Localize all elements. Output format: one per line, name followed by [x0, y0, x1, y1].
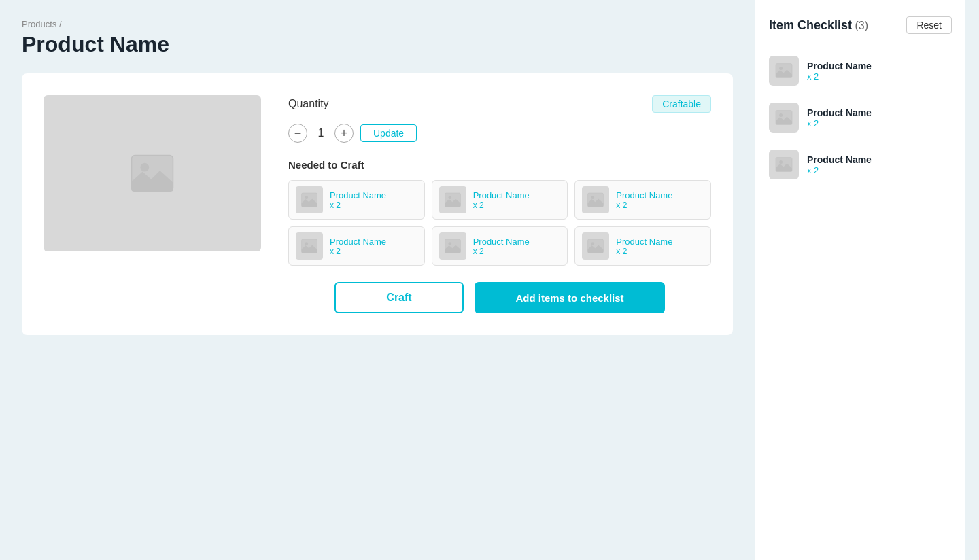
ingredient-info: Product Name x 2 — [473, 237, 530, 256]
ingredient-name: Product Name — [616, 190, 672, 200]
reset-button[interactable]: Reset — [906, 16, 952, 34]
checklist-item: Product Name x 2 — [769, 48, 952, 94]
ingredient-info: Product Name x 2 — [616, 237, 672, 256]
checklist-item-name: Product Name — [807, 154, 872, 165]
svg-point-7 — [591, 196, 595, 199]
checklist-thumb-0 — [769, 56, 799, 86]
checklist-info: Product Name x 2 — [807, 107, 872, 128]
checklist-item-name: Product Name — [807, 107, 872, 118]
sidebar-header: Item Checklist (3) Reset — [769, 16, 952, 34]
quantity-decrease-button[interactable]: − — [288, 124, 307, 143]
needed-to-craft-label: Needed to Craft — [288, 159, 711, 171]
product-image — [44, 95, 261, 251]
ingredient-info: Product Name x 2 — [616, 190, 672, 210]
svg-point-19 — [779, 160, 783, 164]
checklist-item-qty: x 2 — [807, 71, 872, 82]
checklist-thumb-1 — [769, 103, 799, 133]
ingredient-item[interactable]: Product Name x 2 — [432, 226, 568, 266]
ingredient-item[interactable]: Product Name x 2 — [574, 180, 711, 220]
checklist-list: Product Name x 2 Product Name x 2 Produc… — [769, 48, 952, 188]
ingredient-thumb-5 — [582, 232, 609, 260]
product-image-icon — [131, 154, 174, 192]
sidebar-count: (3) — [855, 20, 869, 31]
actions-row: Craft Add items to checklist — [288, 282, 711, 313]
svg-point-17 — [779, 113, 783, 117]
ingredient-qty: x 2 — [473, 247, 530, 256]
craftable-badge: Craftable — [652, 95, 711, 113]
ingredient-thumb-2 — [582, 186, 609, 213]
checklist-item: Product Name x 2 — [769, 94, 952, 141]
ingredient-qty: x 2 — [616, 200, 672, 210]
quantity-controls: − 1 + Update — [288, 124, 711, 143]
ingredient-name: Product Name — [330, 190, 386, 200]
ingredient-item[interactable]: Product Name x 2 — [288, 180, 425, 220]
page-title: Product Name — [22, 32, 733, 57]
ingredient-item[interactable]: Product Name x 2 — [574, 226, 711, 266]
checklist-item-qty: x 2 — [807, 165, 872, 175]
svg-point-1 — [140, 163, 149, 172]
svg-point-11 — [448, 242, 451, 245]
sidebar-title-area: Item Checklist (3) — [769, 18, 868, 33]
ingredient-name: Product Name — [473, 237, 530, 247]
quantity-row: Quantity Craftable — [288, 95, 711, 113]
svg-point-3 — [305, 196, 308, 199]
ingredient-thumb-0 — [296, 186, 323, 213]
checklist-item-qty: x 2 — [807, 118, 872, 128]
ingredient-thumb-4 — [439, 232, 466, 260]
svg-point-15 — [779, 67, 783, 70]
ingredients-grid: Product Name x 2 Product Name x 2 Produc… — [288, 180, 711, 266]
ingredient-item[interactable]: Product Name x 2 — [288, 226, 425, 266]
add-to-checklist-button[interactable]: Add items to checklist — [475, 282, 665, 313]
ingredient-info: Product Name x 2 — [473, 190, 530, 210]
ingredient-name: Product Name — [330, 237, 386, 247]
ingredient-item[interactable]: Product Name x 2 — [432, 180, 568, 220]
checklist-info: Product Name x 2 — [807, 154, 872, 175]
quantity-label: Quantity — [288, 98, 329, 110]
sidebar: Item Checklist (3) Reset Product Name x … — [755, 0, 965, 560]
ingredient-name: Product Name — [473, 190, 530, 200]
checklist-item-name: Product Name — [807, 60, 872, 71]
checklist-info: Product Name x 2 — [807, 60, 872, 82]
ingredient-name: Product Name — [616, 237, 672, 247]
product-card: Quantity Craftable − 1 + Update Needed t… — [22, 73, 733, 335]
svg-point-5 — [448, 196, 451, 199]
product-details: Quantity Craftable − 1 + Update Needed t… — [288, 95, 711, 313]
ingredient-thumb-3 — [296, 232, 323, 260]
craft-button[interactable]: Craft — [334, 282, 464, 313]
breadcrumb: Products / — [22, 19, 733, 29]
sidebar-title: Item Checklist — [769, 18, 852, 32]
ingredient-qty: x 2 — [330, 247, 386, 256]
checklist-thumb-2 — [769, 150, 799, 179]
quantity-increase-button[interactable]: + — [334, 124, 354, 143]
ingredient-info: Product Name x 2 — [330, 190, 386, 210]
svg-point-9 — [305, 242, 308, 245]
ingredient-qty: x 2 — [616, 247, 672, 256]
main-content: Products / Product Name Quantity Craftab… — [0, 0, 755, 560]
update-button[interactable]: Update — [360, 124, 417, 142]
ingredient-qty: x 2 — [330, 200, 386, 210]
ingredient-thumb-1 — [439, 186, 466, 213]
svg-point-13 — [591, 242, 595, 245]
checklist-item: Product Name x 2 — [769, 141, 952, 188]
quantity-value: 1 — [314, 127, 328, 139]
ingredient-qty: x 2 — [473, 200, 530, 210]
ingredient-info: Product Name x 2 — [330, 237, 386, 256]
